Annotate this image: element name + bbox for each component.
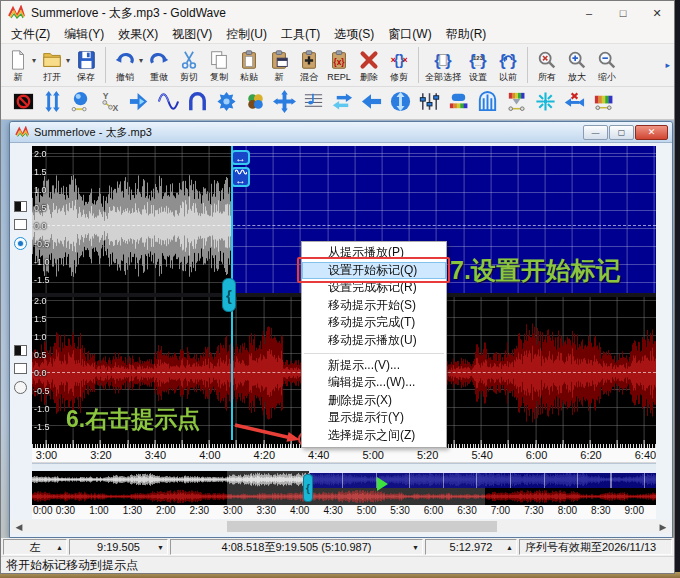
- scroll-left-arrow[interactable]: ◀: [12, 520, 26, 533]
- position-spin-icon[interactable]: ▲: [506, 544, 513, 551]
- toolbar-button-prev-selection[interactable]: { }以前: [493, 48, 523, 83]
- effect-button-offset-arrow[interactable]: [125, 89, 154, 117]
- toolbar-button-copy[interactable]: 复制: [204, 48, 234, 83]
- overview-strip[interactable]: {: [32, 471, 656, 505]
- context-menu-item-12[interactable]: 选择提示之间(Z): [302, 427, 446, 445]
- context-menu-item-8[interactable]: 新提示...(V)...: [302, 357, 446, 375]
- open-folder-dropdown-icon[interactable]: ▾: [66, 56, 70, 65]
- effect-button-mute[interactable]: [9, 89, 38, 117]
- scroll-right-arrow[interactable]: ▶: [656, 520, 670, 533]
- effect-button-swap-channels[interactable]: [328, 89, 357, 117]
- menu-item-8[interactable]: 窗口(W): [381, 25, 438, 44]
- maximize-button[interactable]: □: [606, 1, 640, 25]
- main-titlebar[interactable]: Summerlove - 太多.mp3 - GoldWave – □ ✕: [1, 1, 674, 25]
- close-button[interactable]: ✕: [640, 1, 674, 25]
- effect-button-adjust-updown[interactable]: [38, 89, 67, 117]
- toolbar-button-set-selection[interactable]: { }123…设置: [463, 48, 493, 83]
- effect-button-xy-curve[interactable]: YX: [96, 89, 125, 117]
- effect-button-pitch-sphere[interactable]: [67, 89, 96, 117]
- effect-button-resample-circle[interactable]: [386, 89, 415, 117]
- new-file-dropdown-icon[interactable]: ▾: [32, 56, 36, 65]
- selection-dropdown-icon[interactable]: ▼: [412, 544, 419, 551]
- amplitude-label: 0.0: [34, 368, 47, 378]
- menu-item-2[interactable]: 编辑(Y): [57, 25, 111, 44]
- toolbar-button-zoom-in[interactable]: 放大: [562, 48, 592, 83]
- effect-button-sharpen-burst[interactable]: [531, 89, 560, 117]
- effect-button-music-score[interactable]: [299, 89, 328, 117]
- effect-button-filter-gear[interactable]: [212, 89, 241, 117]
- toolbar-button-label: 修剪: [390, 72, 408, 82]
- toolbar-button-new-file[interactable]: 新: [3, 48, 33, 83]
- toolbar-button-delete[interactable]: 删除: [354, 48, 384, 83]
- menu-bar: 文件(Z)编辑(Y)效果(X)视图(V)控制(U)工具(T)选项(S)窗口(W)…: [1, 25, 674, 44]
- child-close-button[interactable]: ✕: [635, 125, 668, 140]
- toolbar-button-select-all[interactable]: { }全部选择: [423, 48, 463, 83]
- context-menu-item-6[interactable]: 移动提示播放(U): [302, 332, 446, 350]
- menu-item-9[interactable]: 帮助(R): [439, 25, 494, 44]
- effect-button-reverse-curve[interactable]: [183, 89, 212, 117]
- toolbar-overflow-icon[interactable]: ▸: [665, 60, 672, 70]
- status-total-length[interactable]: 9:19.505 ▼: [69, 539, 168, 555]
- svg-text:Y: Y: [103, 90, 109, 100]
- length-dropdown-icon[interactable]: ▼: [157, 544, 164, 551]
- menu-item-3[interactable]: 效果(X): [111, 25, 165, 44]
- toolbar-button-trim[interactable]: {}××修剪: [384, 48, 414, 83]
- left-channel-display-toggle[interactable]: [14, 201, 27, 212]
- effect-button-doppler-wave[interactable]: [154, 89, 183, 117]
- effect-button-mechanize-colors[interactable]: [241, 89, 270, 117]
- toolbar-button-save-floppy[interactable]: 保存: [71, 48, 101, 83]
- menu-item-5[interactable]: 控制(U): [219, 25, 274, 44]
- amplitude-label: 2.0: [34, 149, 47, 159]
- context-menu-item-11[interactable]: 显示提示行(Y): [302, 409, 446, 427]
- toolbar-button-replace[interactable]: {x}REPL: [324, 48, 354, 83]
- menu-item-1[interactable]: 文件(Z): [4, 25, 57, 44]
- toolbar-button-zoom-out[interactable]: 缩小: [592, 48, 622, 83]
- toolbar-button-zoom-all[interactable]: 所有: [532, 48, 562, 83]
- context-menu-item-9[interactable]: 编辑提示...(W)...: [302, 374, 446, 392]
- effect-button-band-pill[interactable]: [444, 89, 473, 117]
- right-channel-display-toggle[interactable]: [14, 345, 27, 356]
- effect-button-spectrum-filter[interactable]: [502, 89, 531, 117]
- effect-button-spectrum-bar[interactable]: [589, 89, 618, 117]
- effect-button-arrow-left[interactable]: [357, 89, 386, 117]
- toolbar-button-redo[interactable]: 重做: [144, 48, 174, 83]
- menu-item-6[interactable]: 工具(T): [274, 25, 327, 44]
- left-channel-mute-toggle[interactable]: [14, 219, 27, 230]
- toolbar-button-mix[interactable]: 混合: [294, 48, 324, 83]
- selection-wave-handle-icon[interactable]: ↔: [231, 167, 250, 187]
- effect-button-pipe-gate[interactable]: [473, 89, 502, 117]
- left-channel-select-radio[interactable]: [14, 237, 27, 250]
- right-channel-select-radio[interactable]: [14, 381, 27, 394]
- effect-button-expand-arrows[interactable]: [270, 89, 299, 117]
- toolbar-button-paste[interactable]: 粘贴: [234, 48, 264, 83]
- child-restore-button[interactable]: ▢: [609, 125, 634, 140]
- silence-arrows-icon: [563, 90, 586, 117]
- menu-item-4[interactable]: 视图(V): [165, 25, 219, 44]
- context-menu-item-5[interactable]: 移动提示完成(T): [302, 314, 446, 332]
- right-channel-mute-toggle[interactable]: [14, 363, 27, 374]
- minimize-button[interactable]: –: [572, 1, 606, 25]
- effect-button-mixer-sliders[interactable]: [415, 89, 444, 117]
- selection-edge-grabber[interactable]: {: [222, 278, 236, 312]
- child-minimize-button[interactable]: —: [583, 125, 608, 140]
- toolbar-button-open-folder[interactable]: 打开: [37, 48, 67, 83]
- undo-dropdown-icon[interactable]: ▾: [139, 56, 143, 65]
- context-menu-item-4[interactable]: 移动提示开始(S): [302, 297, 446, 315]
- scrollbar-thumb[interactable]: [227, 521, 497, 532]
- time-label: 5:20: [417, 449, 438, 461]
- channel-spin-icon[interactable]: ▲: [56, 544, 63, 551]
- redo-icon: [148, 49, 170, 72]
- toolbar-button-cut[interactable]: 剪切: [174, 48, 204, 83]
- status-position[interactable]: 5:12.972 ▲: [425, 539, 517, 555]
- status-selection-range[interactable]: 4:08.518至9:19.505 (5:10.987) ▼: [170, 539, 423, 555]
- child-titlebar[interactable]: Summerlove - 太多.mp3 — ▢ ✕: [10, 122, 672, 143]
- horizontal-scrollbar[interactable]: ◀ ▶: [12, 520, 670, 533]
- toolbar-button-paste-new[interactable]: 新: [264, 48, 294, 83]
- menu-item-7[interactable]: 选项(S): [327, 25, 381, 44]
- effect-button-silence-arrows[interactable]: [560, 89, 589, 117]
- status-channel[interactable]: 左 ▲: [3, 539, 67, 555]
- selection-start-handle-icon[interactable]: ↔: [231, 150, 250, 165]
- overview-selection-grabber[interactable]: {: [303, 474, 313, 502]
- toolbar-button-undo[interactable]: 撤销: [110, 48, 140, 83]
- context-menu-item-10[interactable]: 删除提示(X): [302, 392, 446, 410]
